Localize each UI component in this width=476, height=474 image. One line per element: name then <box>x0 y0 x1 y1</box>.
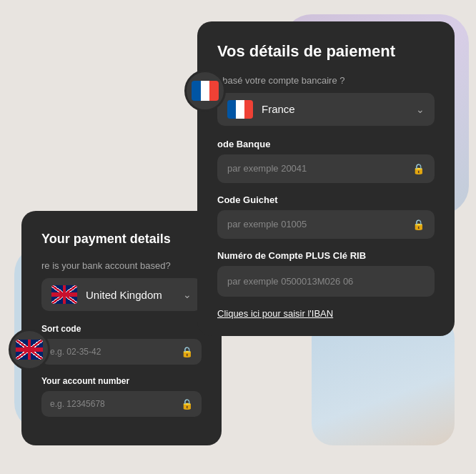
flag-red-stripe <box>209 81 219 101</box>
sort-code-label: Sort code <box>41 324 202 334</box>
uk-flag-badge <box>9 329 50 370</box>
numero-compte-input[interactable]: par exemple 0500013M026 06 <box>217 266 435 297</box>
french-payment-card: Vos détails de paiement t basé votre com… <box>197 21 455 336</box>
account-number-lock-icon: 🔒 <box>181 398 193 410</box>
uk-payment-card: Your payment details re is your bank acc… <box>21 211 222 445</box>
uk-country-selector[interactable]: United Kingdom ⌄ <box>41 278 202 311</box>
flag-white-stripe <box>201 81 210 101</box>
account-number-label: Your account number <box>41 376 202 386</box>
code-banque-label: ode Banque <box>217 139 435 149</box>
bg-shape-sky <box>312 317 455 445</box>
french-selector-flag <box>227 100 253 119</box>
code-banque-placeholder: par exemple 20041 <box>227 163 412 174</box>
code-guichet-input[interactable]: par exemple 01005 🔒 <box>217 210 435 239</box>
numero-compte-label: Numéro de Compte PLUS Clé RIB <box>217 250 435 261</box>
uk-country-name: United Kingdom <box>86 289 183 301</box>
french-flag <box>192 81 219 101</box>
french-country-selector[interactable]: France ⌄ <box>217 93 435 126</box>
account-number-placeholder: e.g. 12345678 <box>50 399 181 409</box>
french-country-name: France <box>262 103 416 115</box>
sort-code-input[interactable]: e.g. 02-35-42 🔒 <box>41 339 202 365</box>
code-banque-lock-icon: 🔒 <box>412 163 425 174</box>
french-chevron-icon: ⌄ <box>416 104 425 115</box>
uk-flag <box>16 340 43 360</box>
flag-blue-stripe <box>192 81 201 101</box>
uk-chevron-icon: ⌄ <box>183 289 192 300</box>
numero-compte-placeholder: par exemple 0500013M026 06 <box>227 276 353 287</box>
code-guichet-label: Code Guichet <box>217 194 435 205</box>
numero-compte-group: Numéro de Compte PLUS Clé RIB par exempl… <box>217 250 435 297</box>
code-guichet-group: Code Guichet par exemple 01005 🔒 <box>217 194 435 239</box>
french-flag-badge <box>184 70 226 112</box>
uk-card-title: Your payment details <box>41 231 202 247</box>
sort-code-placeholder: e.g. 02-35-42 <box>50 347 181 357</box>
iban-link[interactable]: Cliques ici pour saisir l'IBAN <box>217 308 435 319</box>
french-card-subtitle: t basé votre compte bancaire ? <box>217 75 435 86</box>
account-number-group: Your account number e.g. 12345678 🔒 <box>41 376 202 417</box>
code-banque-input[interactable]: par exemple 20041 🔒 <box>217 154 435 183</box>
account-number-input[interactable]: e.g. 12345678 🔒 <box>41 391 202 417</box>
uk-card-subtitle: re is your bank account based? <box>41 260 202 271</box>
code-banque-group: ode Banque par exemple 20041 🔒 <box>217 139 435 183</box>
code-guichet-lock-icon: 🔒 <box>412 219 425 230</box>
sort-code-group: Sort code e.g. 02-35-42 🔒 <box>41 324 202 365</box>
code-guichet-placeholder: par exemple 01005 <box>227 219 412 229</box>
sort-code-lock-icon: 🔒 <box>181 346 193 357</box>
uk-selector-flag <box>51 285 77 304</box>
french-card-title: Vos détails de paiement <box>217 41 435 62</box>
